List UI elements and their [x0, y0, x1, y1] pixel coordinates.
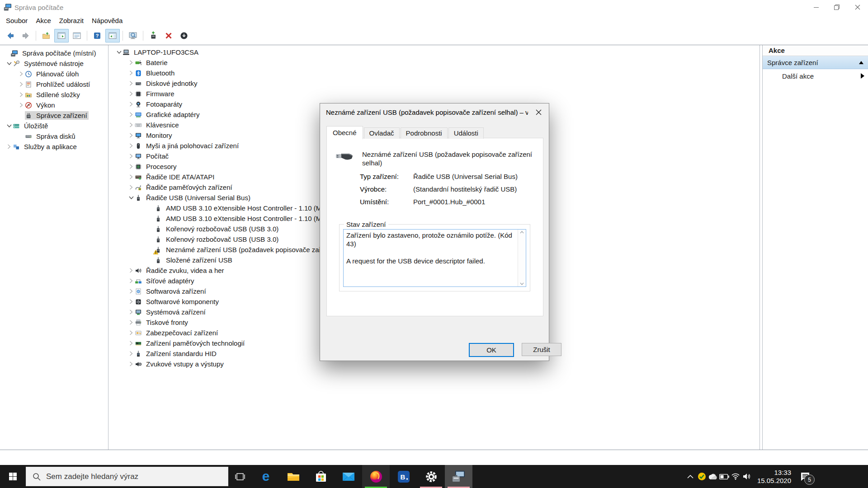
- sidebar-item-row[interactable]: Plánovač úloh: [0, 69, 108, 79]
- minimize-button[interactable]: [806, 0, 826, 14]
- help-button[interactable]: ?: [90, 29, 104, 42]
- chevron-collapsed-icon[interactable]: [18, 70, 25, 78]
- chevron-collapsed-icon[interactable]: [127, 163, 135, 170]
- device-item-label: Řadiče paměťových zařízení: [145, 183, 234, 192]
- actions-group-device-manager[interactable]: Správce zařízení: [763, 56, 868, 69]
- chevron-expanded-icon[interactable]: [5, 60, 13, 67]
- sidebar-item-row[interactable]: Výkon: [0, 100, 108, 110]
- chevron-collapsed-icon[interactable]: [127, 90, 135, 98]
- device-status-textbox[interactable]: Zařízení bylo zastaveno, protože oznámil…: [343, 229, 526, 287]
- dialog-close-button[interactable]: [528, 104, 549, 121]
- chevron-collapsed-icon[interactable]: [127, 319, 135, 326]
- chevron-collapsed-icon[interactable]: [127, 59, 135, 66]
- chevron-collapsed-icon[interactable]: [127, 298, 135, 305]
- chevron-expanded-icon[interactable]: [127, 194, 135, 202]
- actions-item-more-actions[interactable]: Další akce: [763, 69, 868, 83]
- task-view-button[interactable]: [228, 465, 252, 488]
- menu-view[interactable]: Zobrazit: [55, 15, 88, 26]
- chevron-collapsed-icon[interactable]: [127, 267, 135, 274]
- mail-taskbar-button[interactable]: [335, 465, 362, 488]
- forward-button[interactable]: [19, 29, 33, 42]
- tab-details[interactable]: Podrobnosti: [401, 127, 448, 139]
- taskbar-search-box[interactable]: Sem zadejte hledaný výraz: [26, 467, 228, 486]
- booking-taskbar-button[interactable]: B: [390, 465, 417, 488]
- ok-button[interactable]: OK: [469, 343, 514, 357]
- settings-taskbar-button[interactable]: [417, 465, 445, 488]
- volume-tray-icon[interactable]: [741, 473, 753, 480]
- export-button[interactable]: [39, 29, 53, 42]
- tab-general[interactable]: Obecné: [326, 126, 363, 139]
- chevron-collapsed-icon[interactable]: [127, 122, 135, 129]
- menu-help[interactable]: Nápověda: [88, 15, 127, 26]
- chevron-collapsed-icon[interactable]: [127, 361, 135, 368]
- device-item-row[interactable]: Bluetooth: [109, 68, 760, 78]
- chevron-collapsed-icon[interactable]: [127, 80, 135, 87]
- disable-device-button[interactable]: [177, 29, 191, 42]
- chevron-collapsed-icon[interactable]: [127, 111, 135, 118]
- tab-events[interactable]: Události: [448, 127, 484, 139]
- tray-clock[interactable]: 13:33 15.05.2020: [757, 469, 791, 485]
- sidebar-item-row[interactable]: Sdílené složky: [0, 89, 108, 100]
- chevron-collapsed-icon[interactable]: [127, 70, 135, 77]
- chevron-collapsed-icon[interactable]: [127, 101, 135, 108]
- norton-tray-icon[interactable]: [696, 472, 708, 481]
- device-item-row[interactable]: Baterie: [109, 57, 760, 68]
- uninstall-button[interactable]: [161, 29, 176, 42]
- chevron-collapsed-icon[interactable]: [127, 309, 135, 316]
- chevron-collapsed-icon[interactable]: [18, 91, 25, 99]
- chevron-collapsed-icon[interactable]: [127, 184, 135, 191]
- sidebar-item-row[interactable]: Správce zařízení: [0, 110, 108, 121]
- restore-button[interactable]: [826, 0, 847, 14]
- close-window-button[interactable]: [847, 0, 868, 14]
- wifi-tray-icon[interactable]: [730, 473, 741, 480]
- tray-chevron-button[interactable]: [685, 474, 696, 479]
- back-button[interactable]: [3, 29, 18, 42]
- onedrive-tray-icon[interactable]: [708, 474, 719, 480]
- chevron-collapsed-icon[interactable]: [127, 174, 135, 181]
- properties-button[interactable]: [70, 29, 84, 42]
- computer-mgmt-taskbar-button[interactable]: [445, 465, 472, 488]
- tab-driver[interactable]: Ovladač: [364, 127, 400, 139]
- chevron-collapsed-icon[interactable]: [127, 277, 135, 285]
- firefox-taskbar-button[interactable]: [362, 465, 390, 488]
- sidebar-item-row[interactable]: Prohlížeč událostí: [0, 79, 108, 89]
- device-item-row[interactable]: LAPTOP-1UFO3CSA: [109, 47, 760, 57]
- collapse-icon[interactable]: [859, 61, 863, 64]
- status-scrollbar[interactable]: [518, 230, 526, 286]
- chevron-collapsed-icon[interactable]: [127, 329, 135, 337]
- cancel-button[interactable]: Zrušit: [522, 343, 561, 356]
- chevron-collapsed-icon[interactable]: [127, 350, 135, 357]
- scan-hardware-button[interactable]: [126, 29, 140, 42]
- start-button[interactable]: [0, 465, 26, 488]
- chevron-collapsed-icon[interactable]: [127, 142, 135, 150]
- store-taskbar-button[interactable]: [307, 465, 335, 488]
- software-device-icon: [135, 288, 142, 295]
- sidebar-item-row[interactable]: Služby a aplikace: [0, 141, 108, 152]
- sidebar-item-row[interactable]: Úložiště: [0, 121, 108, 131]
- sidebar-item-row[interactable]: Správa počítače (místní): [0, 48, 108, 58]
- device-item-row[interactable]: Diskové jednotky: [109, 78, 760, 89]
- action-pane-button[interactable]: [105, 29, 120, 42]
- sidebar-item-row[interactable]: Systémové nástroje: [0, 58, 108, 69]
- property-row: Umístění:Port_#0001.Hub_#0001: [360, 198, 485, 206]
- explorer-taskbar-button[interactable]: [279, 465, 307, 488]
- menu-file[interactable]: Soubor: [2, 15, 32, 26]
- chevron-collapsed-icon[interactable]: [127, 153, 135, 160]
- chevron-expanded-icon[interactable]: [115, 49, 123, 56]
- battery-tray-icon[interactable]: [719, 474, 730, 479]
- chevron-collapsed-icon[interactable]: [127, 132, 135, 139]
- usb-icon: [155, 215, 162, 222]
- menu-action[interactable]: Akce: [32, 15, 55, 26]
- chevron-collapsed-icon[interactable]: [127, 340, 135, 347]
- chevron-collapsed-icon[interactable]: [18, 102, 25, 109]
- chevron-expanded-icon[interactable]: [5, 122, 13, 130]
- sidebar-item-row[interactable]: Správa disků: [0, 131, 108, 141]
- action-center-button[interactable]: 5: [796, 465, 815, 488]
- chevron-collapsed-icon[interactable]: [127, 288, 135, 295]
- device-item-row[interactable]: Firmware: [109, 89, 760, 99]
- console-tree-button[interactable]: [54, 29, 69, 42]
- edge-taskbar-button[interactable]: e: [252, 465, 279, 488]
- chevron-collapsed-icon[interactable]: [18, 81, 25, 88]
- update-driver-button[interactable]: [146, 29, 160, 42]
- chevron-collapsed-icon[interactable]: [5, 143, 13, 150]
